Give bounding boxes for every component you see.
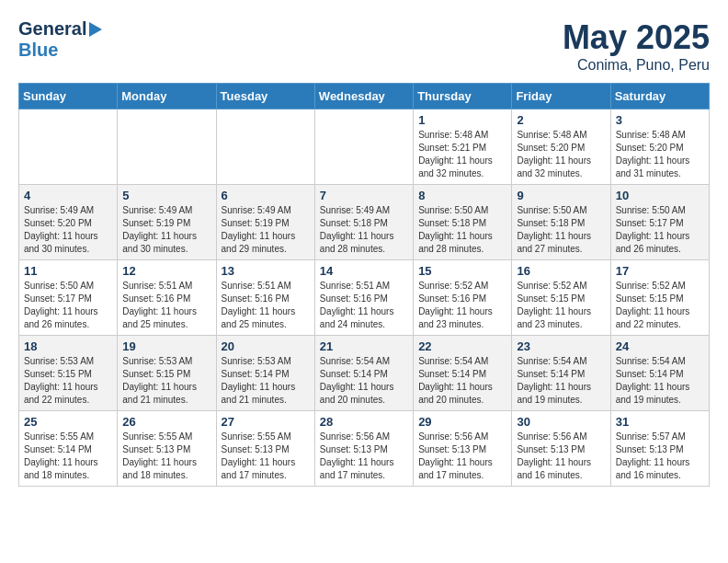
day-number: 11 xyxy=(24,264,112,278)
calendar-cell: 25Sunrise: 5:55 AM Sunset: 5:14 PM Dayli… xyxy=(19,411,118,487)
day-info: Sunrise: 5:48 AM Sunset: 5:21 PM Dayligh… xyxy=(418,129,506,180)
title-block: May 2025 Conima, Puno, Peru xyxy=(563,18,710,74)
day-info: Sunrise: 5:52 AM Sunset: 5:15 PM Dayligh… xyxy=(616,280,704,331)
day-number: 7 xyxy=(320,189,408,202)
day-info: Sunrise: 5:52 AM Sunset: 5:16 PM Dayligh… xyxy=(418,280,506,331)
calendar-week-3: 11Sunrise: 5:50 AM Sunset: 5:17 PM Dayli… xyxy=(19,260,710,336)
calendar-cell: 20Sunrise: 5:53 AM Sunset: 5:14 PM Dayli… xyxy=(216,336,314,411)
day-number: 24 xyxy=(616,339,704,353)
day-info: Sunrise: 5:56 AM Sunset: 5:13 PM Dayligh… xyxy=(517,431,605,482)
day-info: Sunrise: 5:50 AM Sunset: 5:17 PM Dayligh… xyxy=(616,204,704,256)
weekday-header-tuesday: Tuesday xyxy=(216,84,314,109)
day-number: 22 xyxy=(418,339,506,353)
calendar-cell: 4Sunrise: 5:49 AM Sunset: 5:20 PM Daylig… xyxy=(19,185,118,260)
day-info: Sunrise: 5:48 AM Sunset: 5:20 PM Dayligh… xyxy=(616,129,704,180)
day-number: 26 xyxy=(122,415,210,429)
calendar-cell: 12Sunrise: 5:51 AM Sunset: 5:16 PM Dayli… xyxy=(118,260,216,336)
day-info: Sunrise: 5:53 AM Sunset: 5:15 PM Dayligh… xyxy=(24,355,112,407)
day-info: Sunrise: 5:50 AM Sunset: 5:18 PM Dayligh… xyxy=(418,204,506,256)
location-subtitle: Conima, Puno, Peru xyxy=(563,57,710,74)
logo-blue: Blue xyxy=(18,40,58,60)
day-number: 18 xyxy=(24,339,112,353)
calendar-cell: 28Sunrise: 5:56 AM Sunset: 5:13 PM Dayli… xyxy=(314,411,413,487)
day-info: Sunrise: 5:55 AM Sunset: 5:13 PM Dayligh… xyxy=(222,431,310,482)
day-info: Sunrise: 5:56 AM Sunset: 5:13 PM Dayligh… xyxy=(320,431,408,482)
day-number: 23 xyxy=(517,339,605,353)
day-number: 5 xyxy=(122,189,210,202)
day-info: Sunrise: 5:55 AM Sunset: 5:13 PM Dayligh… xyxy=(122,431,210,482)
day-info: Sunrise: 5:54 AM Sunset: 5:14 PM Dayligh… xyxy=(320,355,408,407)
calendar-cell: 2Sunrise: 5:48 AM Sunset: 5:20 PM Daylig… xyxy=(512,109,610,185)
day-number: 15 xyxy=(418,264,506,278)
logo-triangle-icon xyxy=(89,22,102,37)
day-info: Sunrise: 5:52 AM Sunset: 5:15 PM Dayligh… xyxy=(517,280,605,331)
calendar-cell xyxy=(216,109,314,185)
day-number: 8 xyxy=(418,189,506,202)
calendar-cell: 30Sunrise: 5:56 AM Sunset: 5:13 PM Dayli… xyxy=(512,411,610,487)
weekday-header-friday: Friday xyxy=(512,84,610,109)
calendar-week-4: 18Sunrise: 5:53 AM Sunset: 5:15 PM Dayli… xyxy=(19,336,710,411)
day-info: Sunrise: 5:54 AM Sunset: 5:14 PM Dayligh… xyxy=(616,355,704,407)
calendar-cell: 7Sunrise: 5:49 AM Sunset: 5:18 PM Daylig… xyxy=(314,185,413,260)
calendar-cell xyxy=(314,109,413,185)
weekday-header-monday: Monday xyxy=(118,84,216,109)
calendar-cell: 14Sunrise: 5:51 AM Sunset: 5:16 PM Dayli… xyxy=(314,260,413,336)
day-number: 25 xyxy=(24,415,112,429)
calendar-cell: 3Sunrise: 5:48 AM Sunset: 5:20 PM Daylig… xyxy=(610,109,709,185)
calendar-cell: 6Sunrise: 5:49 AM Sunset: 5:19 PM Daylig… xyxy=(216,185,314,260)
day-number: 12 xyxy=(122,264,210,278)
day-info: Sunrise: 5:48 AM Sunset: 5:20 PM Dayligh… xyxy=(517,129,605,180)
calendar-week-5: 25Sunrise: 5:55 AM Sunset: 5:14 PM Dayli… xyxy=(19,411,710,487)
day-info: Sunrise: 5:50 AM Sunset: 5:17 PM Dayligh… xyxy=(24,280,112,331)
calendar-cell xyxy=(118,109,216,185)
calendar-cell: 31Sunrise: 5:57 AM Sunset: 5:13 PM Dayli… xyxy=(610,411,709,487)
day-info: Sunrise: 5:49 AM Sunset: 5:20 PM Dayligh… xyxy=(24,204,112,256)
calendar-cell: 8Sunrise: 5:50 AM Sunset: 5:18 PM Daylig… xyxy=(414,185,512,260)
calendar-cell: 24Sunrise: 5:54 AM Sunset: 5:14 PM Dayli… xyxy=(610,336,709,411)
calendar-cell: 23Sunrise: 5:54 AM Sunset: 5:14 PM Dayli… xyxy=(512,336,610,411)
day-info: Sunrise: 5:57 AM Sunset: 5:13 PM Dayligh… xyxy=(616,431,704,482)
day-info: Sunrise: 5:55 AM Sunset: 5:14 PM Dayligh… xyxy=(24,431,112,482)
calendar-cell: 5Sunrise: 5:49 AM Sunset: 5:19 PM Daylig… xyxy=(118,185,216,260)
day-number: 2 xyxy=(517,113,605,127)
day-number: 3 xyxy=(616,113,704,127)
day-number: 29 xyxy=(418,415,506,429)
day-info: Sunrise: 5:54 AM Sunset: 5:14 PM Dayligh… xyxy=(517,355,605,407)
day-number: 4 xyxy=(24,189,112,202)
day-number: 31 xyxy=(616,415,704,429)
day-info: Sunrise: 5:50 AM Sunset: 5:18 PM Dayligh… xyxy=(517,204,605,256)
day-info: Sunrise: 5:53 AM Sunset: 5:14 PM Dayligh… xyxy=(222,355,310,407)
logo-block: General Blue xyxy=(18,18,103,61)
day-number: 17 xyxy=(616,264,704,278)
weekday-header-saturday: Saturday xyxy=(610,84,709,109)
day-info: Sunrise: 5:56 AM Sunset: 5:13 PM Dayligh… xyxy=(418,431,506,482)
calendar-cell: 22Sunrise: 5:54 AM Sunset: 5:14 PM Dayli… xyxy=(414,336,512,411)
day-info: Sunrise: 5:49 AM Sunset: 5:19 PM Dayligh… xyxy=(122,204,210,256)
page-header: General Blue May 2025 Conima, Puno, Peru xyxy=(18,18,710,74)
calendar-cell: 19Sunrise: 5:53 AM Sunset: 5:15 PM Dayli… xyxy=(118,336,216,411)
day-number: 14 xyxy=(320,264,408,278)
day-number: 13 xyxy=(222,264,310,278)
weekday-header-sunday: Sunday xyxy=(19,84,118,109)
day-info: Sunrise: 5:51 AM Sunset: 5:16 PM Dayligh… xyxy=(122,280,210,331)
day-number: 21 xyxy=(320,339,408,353)
calendar-cell: 9Sunrise: 5:50 AM Sunset: 5:18 PM Daylig… xyxy=(512,185,610,260)
calendar-cell: 15Sunrise: 5:52 AM Sunset: 5:16 PM Dayli… xyxy=(414,260,512,336)
calendar-cell: 16Sunrise: 5:52 AM Sunset: 5:15 PM Dayli… xyxy=(512,260,610,336)
calendar-cell: 26Sunrise: 5:55 AM Sunset: 5:13 PM Dayli… xyxy=(118,411,216,487)
calendar-week-1: 1Sunrise: 5:48 AM Sunset: 5:21 PM Daylig… xyxy=(19,109,710,185)
day-info: Sunrise: 5:54 AM Sunset: 5:14 PM Dayligh… xyxy=(418,355,506,407)
header-row: SundayMondayTuesdayWednesdayThursdayFrid… xyxy=(19,84,710,109)
calendar-cell: 11Sunrise: 5:50 AM Sunset: 5:17 PM Dayli… xyxy=(19,260,118,336)
day-number: 9 xyxy=(517,189,605,202)
day-number: 1 xyxy=(418,113,506,127)
day-info: Sunrise: 5:49 AM Sunset: 5:19 PM Dayligh… xyxy=(222,204,310,256)
day-number: 30 xyxy=(517,415,605,429)
calendar-cell: 1Sunrise: 5:48 AM Sunset: 5:21 PM Daylig… xyxy=(414,109,512,185)
calendar-cell xyxy=(19,109,118,185)
day-number: 20 xyxy=(222,339,310,353)
calendar-cell: 18Sunrise: 5:53 AM Sunset: 5:15 PM Dayli… xyxy=(19,336,118,411)
logo-general: General xyxy=(18,18,86,40)
day-number: 6 xyxy=(222,189,310,202)
day-info: Sunrise: 5:51 AM Sunset: 5:16 PM Dayligh… xyxy=(320,280,408,331)
